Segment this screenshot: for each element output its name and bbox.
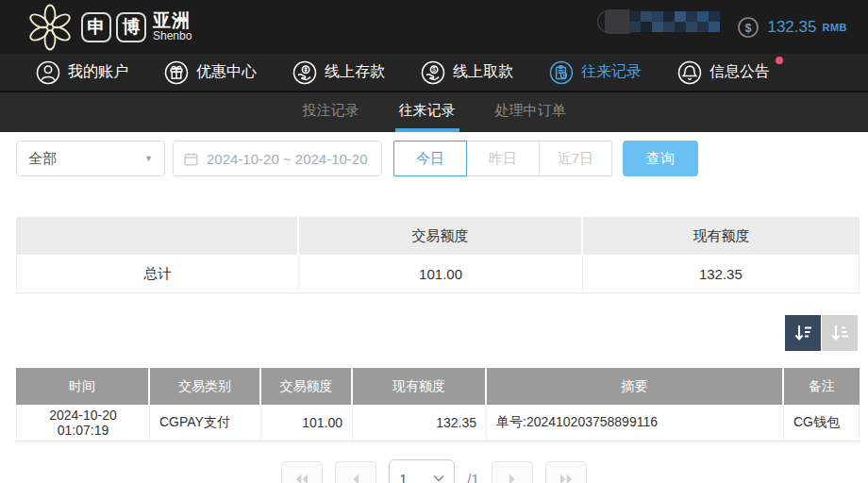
chevron-down-icon [433, 475, 444, 482]
balance-display: $ 132.35 RMB [737, 0, 847, 54]
col-header-transaction-amount: 交易额度 [261, 368, 353, 405]
sort-ascending-button[interactable] [822, 315, 858, 351]
logo-char-shen: 申 [81, 12, 111, 42]
cell-current-balance: 132.35 [353, 405, 487, 441]
censored-username [597, 9, 718, 34]
col-header-time: 时间 [16, 368, 150, 405]
bell-icon [677, 60, 702, 85]
col-header-current-balance: 现有额度 [353, 368, 487, 405]
svg-text:$: $ [432, 66, 436, 73]
double-arrow-left-icon [293, 473, 310, 483]
tab-betting-records[interactable]: 投注记录 [299, 92, 363, 132]
cell-time: 2024-10-20 01:07:19 [16, 405, 150, 441]
col-header-summary: 摘要 [487, 368, 784, 405]
previous-page-button[interactable] [335, 461, 376, 483]
total-pages-label: /1 [467, 461, 479, 483]
last7days-button[interactable]: 近7日 [539, 141, 612, 176]
tab-processing-orders[interactable]: 处理中订单 [492, 92, 570, 132]
cell-summary: 单号:202410203758899116 [487, 405, 784, 441]
brand-region: 亚洲 [153, 11, 192, 30]
arrow-right-icon [504, 473, 521, 483]
brand-name-en: Shenbo [153, 30, 192, 42]
page-number-select[interactable]: 1 [389, 459, 455, 483]
dollar-coin-icon: $ [737, 16, 760, 39]
nav-item-my-account[interactable]: 我的账户 [36, 60, 134, 85]
yesterday-button[interactable]: 昨日 [466, 141, 540, 176]
summary-total-label: 总计 [16, 255, 299, 293]
last-page-button[interactable] [545, 461, 587, 483]
notification-dot [776, 57, 783, 64]
user-icon [36, 60, 60, 85]
sort-controls [0, 315, 858, 351]
first-page-button[interactable] [281, 461, 323, 483]
summary-header-transaction-amount: 交易额度 [299, 217, 582, 255]
nav-item-online-withdraw[interactable]: $ 线上取款 [421, 60, 519, 85]
svg-text:$: $ [745, 21, 752, 34]
sort-descending-button[interactable] [785, 315, 821, 351]
top-bar: 申 博 亚洲 Shenbo $ 132.35 RMB [0, 0, 868, 54]
sort-descending-icon [792, 322, 814, 344]
quick-date-buttons: 今日 昨日 近7日 [393, 141, 612, 176]
deposit-icon [292, 60, 317, 85]
nav-item-announcements[interactable]: 信息公告 [677, 60, 776, 85]
date-range-input[interactable]: 2024-10-20 ~ 2024-10-20 [173, 141, 382, 176]
nav-item-transaction-records[interactable]: 往来记录 [549, 60, 647, 85]
cell-transaction-type: CGPAY支付 [150, 405, 261, 441]
summary-header-empty [16, 217, 299, 255]
double-arrow-right-icon [558, 473, 575, 483]
records-table: 时间 交易类别 交易额度 现有额度 摘要 备注 2024-10-20 01:07… [16, 368, 860, 441]
col-header-transaction-type: 交易类别 [150, 368, 261, 405]
pagination: 1 /1 [0, 461, 868, 483]
flower-logo-icon [26, 4, 74, 51]
main-nav: 我的账户 优惠中心 线上存款 $ 线上取款 往来记录 信息公告 [0, 54, 868, 92]
nav-item-promo-center[interactable]: 优惠中心 [164, 60, 262, 85]
sort-ascending-icon [828, 322, 851, 344]
summary-table: 交易额度 现有额度 总计 101.00 132.35 [16, 217, 860, 293]
cell-remarks: CG钱包 [784, 405, 860, 441]
summary-transaction-amount: 101.00 [299, 255, 582, 293]
record-subtabs: 投注记录 往来记录 处理中订单 [0, 92, 868, 132]
records-icon [549, 60, 574, 85]
cell-transaction-amount: 101.00 [261, 405, 353, 441]
logo-char-bo: 博 [116, 12, 146, 42]
type-select[interactable]: 全部 ▼ [16, 141, 165, 176]
tab-transaction-records[interactable]: 往来记录 [395, 92, 459, 132]
today-button[interactable]: 今日 [393, 141, 467, 176]
gift-icon [164, 60, 189, 85]
col-header-remarks: 备注 [784, 368, 860, 405]
summary-total-row: 总计 101.00 132.35 [16, 255, 860, 293]
arrow-left-icon [347, 473, 364, 483]
withdraw-icon: $ [421, 60, 445, 85]
nav-item-online-deposit[interactable]: 线上存款 [292, 60, 391, 85]
filter-bar: 全部 ▼ 2024-10-20 ~ 2024-10-20 今日 昨日 近7日 查… [16, 140, 868, 177]
summary-header-current-balance: 现有额度 [583, 217, 860, 255]
table-row: 2024-10-20 01:07:19 CGPAY支付 101.00 132.3… [16, 405, 860, 441]
balance-amount: 132.35 [767, 18, 816, 37]
next-page-button[interactable] [492, 461, 533, 483]
summary-current-balance: 132.35 [583, 255, 860, 293]
search-button[interactable]: 查询 [623, 141, 698, 176]
balance-currency: RMB [822, 22, 847, 33]
calendar-icon [183, 151, 199, 167]
chevron-down-icon: ▼ [144, 154, 153, 163]
brand-logo[interactable]: 申 博 亚洲 Shenbo [26, 4, 192, 51]
